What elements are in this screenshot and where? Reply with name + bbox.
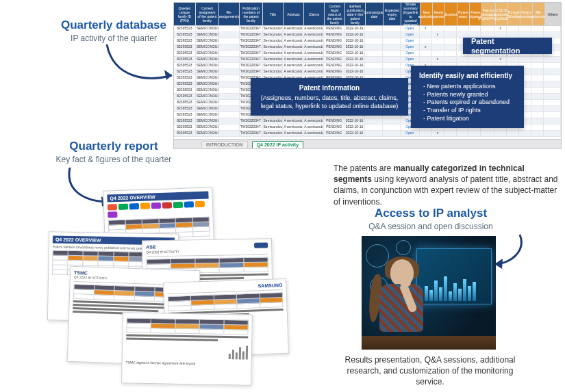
report-thumb-6: TSMC signed a license agreement with Kyo… [121, 312, 253, 385]
identify-item-litigation: Patent litigation [423, 115, 516, 123]
col-expiry: Expected expiry date [384, 3, 401, 26]
ase-logo-icon [254, 242, 268, 248]
caption-categorization-a: The patents are [334, 164, 393, 173]
col-title: Title [263, 3, 284, 26]
quarterly-database-title: Quarterly database [52, 18, 175, 32]
col-abstract: Abstract [284, 3, 304, 26]
col-reason-reassign: Patent reass. [457, 3, 470, 26]
spreadsheet-tab-bar: INTRODUCTION Q4 2022 IP activity [174, 139, 561, 148]
thumb3-company: ASE [146, 244, 156, 250]
quarterly-database-label: Quarterly database IP activity of the qu… [52, 18, 175, 43]
sheet-tab-q4-activity[interactable]: Q4 2022 IP activity [252, 141, 303, 148]
col-others: Others [545, 3, 561, 26]
col-25d-4: BE-substrate [533, 3, 545, 26]
analyst-person-icon [371, 257, 433, 347]
identify-item-transfer: Transfer of IP rights [423, 107, 516, 115]
col-assignee: Current assignee/s of the patent family [196, 3, 219, 26]
callout-patent-info-title: Patent information [259, 83, 400, 92]
table-row: 82395523SEMICONDUCTOR…TW20220347…Semicon… [174, 131, 561, 137]
analyst-label: Access to IP analyst Q&A session and ope… [345, 207, 516, 231]
col-earliest-pub: Earliest publication date in the patent … [345, 3, 366, 26]
sheet-tab-introduction[interactable]: INTRODUCTION [201, 141, 248, 148]
table-row: 82395523SEMICONDUCTOR…TW20220347…Semicon… [174, 26, 561, 32]
callout-patent-information: Patent information (Assignees, numbers, … [251, 78, 408, 116]
col-reason-expired: Expired [445, 3, 457, 26]
caption-categorization: The patents are manually categorized in … [334, 163, 560, 207]
thumb1-title: Q4 2022 OVERVIEW [107, 191, 208, 202]
analyst-subtitle: Q&A session and open discussion [345, 222, 516, 231]
table-row: 82395523SEMICONDUCTOR…TW20220347…Semicon… [174, 57, 561, 63]
col-25d-2: Through Si/bridge [508, 3, 520, 26]
col-25d-1: 2.5D Si interposer (CoWoS) [496, 3, 508, 26]
svg-marker-0 [164, 70, 172, 80]
quarterly-report-label: Quarterly report Key fact & figures of t… [45, 140, 182, 164]
analyst-illustration [362, 236, 496, 350]
quarterly-report-title: Quarterly report [45, 140, 182, 153]
col-status: Current legal status of the patent famil… [325, 3, 345, 26]
col-pub-numbers: Publication numbers of the patent family [240, 3, 263, 26]
col-claims: Claims [304, 3, 325, 26]
thumb6-footer: TSMC signed a license agreement with Kyo… [126, 360, 248, 366]
col-reassign: Re-assignment/s [219, 3, 240, 26]
caption-analyst: Results presentation, Q&A sessions, addi… [338, 354, 522, 388]
col-grant-date: Contract/grant date [366, 3, 384, 26]
identify-item-new-apps: New patents applications [423, 83, 516, 91]
identify-item-expired: Patents expired or abandoned [423, 99, 516, 107]
col-reason-granted: Newly granted [433, 3, 445, 26]
callout-identify-title: Identify easily and efficiently [419, 71, 516, 80]
spreadsheet-header-row: Queried unique family ID (FAN) Current a… [174, 3, 561, 26]
analyst-title: Access to IP analyst [345, 207, 516, 220]
identify-item-newly-granted: Patents newly granted [423, 91, 516, 99]
quarterly-report-subtitle: Key fact & figures of the quarter [45, 155, 182, 164]
col-reason-new: New application [420, 3, 433, 26]
callout-patent-info-text: (Assignees, numbers, dates, title, abstr… [259, 94, 400, 110]
arrow-db-to-sheet [100, 41, 182, 89]
callout-identify-easily: Identify easily and efficiently New pate… [411, 66, 524, 128]
col-family-id: Queried unique family ID (FAN) [174, 3, 196, 26]
callout-patent-segmentation: Patent segmentation [463, 38, 552, 54]
